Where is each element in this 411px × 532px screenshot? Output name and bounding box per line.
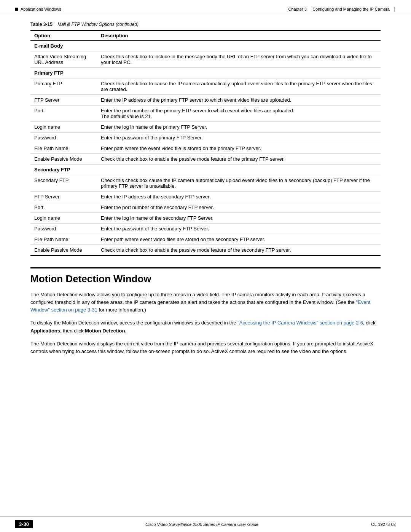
col-description-header: Description [97,30,381,41]
para1-end: for more information.) [97,307,146,313]
table-row: Secondary FTPCheck this check box cause … [30,175,381,192]
table-cell-description: Check this check box to enable the passi… [97,154,381,165]
table-cell-description: Enter the port number of the secondary F… [97,202,381,213]
table-row: PortEnter the port number of the seconda… [30,202,381,213]
section-label: Primary FTP [30,68,381,78]
footer-center-text: Cisco Video Surveillance 2500 Series IP … [145,522,258,527]
table-cell-option: Port [30,202,97,213]
table-cell-option: Password [30,224,97,234]
section-label: Secondary FTP [30,165,381,175]
para2-mid2: , then click [60,328,85,334]
motion-detection-title: Motion Detection Window [30,267,381,285]
table-row: FTP ServerEnter the IP address of the pr… [30,95,381,105]
table-row: PasswordEnter the password of the second… [30,224,381,234]
table-cell-option: File Path Name [30,143,97,154]
footer-page-number: 3-30 [15,520,33,528]
table-row: File Path NameEnter path where event vid… [30,234,381,245]
table-row: File Path NameEnter path where the event… [30,143,381,154]
header-left: Applications Windows [15,7,61,11]
table-cell-option: Login name [30,122,97,133]
table-cell-description: Check this check box to cause the IP cam… [97,78,381,95]
table-cell-option: Port [30,105,97,122]
table-cell-option: Secondary FTP [30,175,97,192]
header-separator: │ [393,7,396,11]
table-header-row: Option Description [30,30,381,41]
table-section-row: Secondary FTP [30,165,381,175]
table-caption: Table 3-15 Mail & FTP Window Options (co… [30,22,381,27]
table-row: Primary FTPCheck this check box to cause… [30,78,381,95]
table-cell-description: Check this check box to enable the passi… [97,245,381,256]
table-row: Enable Passive ModeCheck this check box … [30,154,381,165]
motion-para-1: The Motion Detection window allows you t… [30,291,381,314]
header-title: Configuring and Managing the IP Camera [312,7,390,11]
table-cell-option: Password [30,133,97,143]
table-cell-option: Login name [30,213,97,224]
table-cell-option: File Path Name [30,234,97,245]
table-cell-description: Enter path where event video files are s… [97,234,381,245]
options-table: Option Description E-mail BodyAttach Vid… [30,30,381,256]
section-label: E-mail Body [30,41,381,51]
table-cell-option: Primary FTP [30,78,97,95]
table-section-row: Primary FTP [30,68,381,78]
para2-bold1: Applications [30,328,60,334]
table-row: Attach Video Streaming URL AddressCheck … [30,51,381,68]
table-cell-description: Enter the log in name of the secondary F… [97,213,381,224]
table-cell-description: Enter the port number of the primary FTP… [97,105,381,122]
para2-link[interactable]: "Accessing the IP Camera Windows" sectio… [237,320,363,326]
main-content: Table 3-15 Mail & FTP Window Options (co… [0,14,411,383]
table-cell-description: Enter path where the event video file is… [97,143,381,154]
table-row: PasswordEnter the password of the primar… [30,133,381,143]
page-header: Applications Windows Chapter 3 Configuri… [0,0,411,14]
motion-para-3: The Motion Detection window displays the… [30,340,381,355]
table-cell-description: Check this check box to include in the m… [97,51,381,68]
table-row: Enable Passive ModeCheck this check box … [30,245,381,256]
table-cell-option: FTP Server [30,192,97,202]
table-row: FTP ServerEnter the IP address of the se… [30,192,381,202]
motion-para-2: To display the Motion Detection window, … [30,319,381,334]
table-cell-option: FTP Server [30,95,97,105]
table-cell-description: Enter the log in name of the primary FTP… [97,122,381,133]
table-cell-description: Enter the password of the secondary FTP … [97,224,381,234]
table-cell-option: Attach Video Streaming URL Address [30,51,97,68]
para2-mid: , click [363,320,376,326]
table-caption-text: Mail & FTP Window Options (continued) [57,22,139,27]
table-section-row: E-mail Body [30,41,381,51]
table-row: Login nameEnter the log in name of the p… [30,122,381,133]
header-chapter: Chapter 3 [288,7,307,11]
table-row: PortEnter the port number of the primary… [30,105,381,122]
table-cell-description: Enter the password of the primary FTP Se… [97,133,381,143]
para2-end: . [125,328,126,334]
table-cell-option: Enable Passive Mode [30,245,97,256]
header-section-label: Applications Windows [21,7,61,11]
table-cell-description: Enter the IP address of the primary FTP … [97,95,381,105]
table-number: Table 3-15 [30,22,53,27]
para2-start: To display the Motion Detection window, … [30,320,237,326]
page-footer: 3-30 Cisco Video Surveillance 2500 Serie… [0,516,411,532]
para2-bold2: Motion Detection [85,328,125,334]
table-cell-description: Enter the IP address of the secondary FT… [97,192,381,202]
table-cell-option: Enable Passive Mode [30,154,97,165]
header-square-icon [15,8,18,11]
table-row: Login nameEnter the log in name of the s… [30,213,381,224]
para1-start: The Motion Detection window allows you t… [30,292,365,305]
col-option-header: Option [30,30,97,41]
footer-right-text: OL-19273-02 [371,522,396,527]
table-cell-description: Check this check box cause the IP camera… [97,175,381,192]
header-right: Chapter 3 Configuring and Managing the I… [288,7,396,11]
